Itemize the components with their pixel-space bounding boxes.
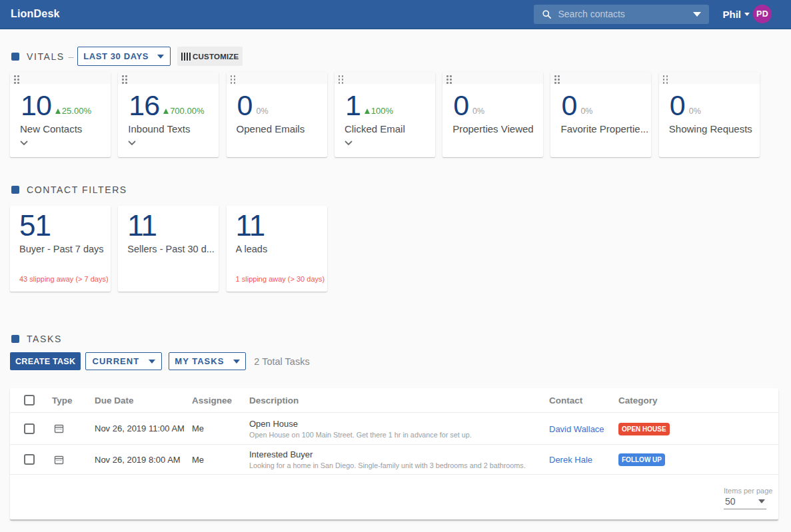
vitals-delta: 0%: [689, 107, 701, 120]
customize-button[interactable]: CUSTOMIZE: [177, 47, 243, 66]
search-dropdown-caret-icon[interactable]: [693, 12, 701, 17]
expand-chevron-icon[interactable]: [345, 140, 353, 146]
expand-chevron-icon[interactable]: [128, 140, 136, 146]
column-header-category: Category: [618, 396, 778, 405]
contact-filter-card[interactable]: 11 Sellers - Past 30 d...: [118, 206, 219, 292]
vitals-delta-text: 0%: [257, 107, 269, 116]
column-header-description: Description: [249, 396, 549, 405]
calendar-icon: [53, 423, 65, 434]
user-caret-icon: [744, 13, 750, 16]
tasks-table: Type Due Date Assignee Description Conta…: [10, 388, 778, 520]
vitals-label: Properties Viewed: [442, 123, 543, 134]
create-task-button[interactable]: CREATE TASK: [10, 352, 81, 370]
drag-handle-icon[interactable]: [122, 75, 127, 84]
vitals-cards: 10 25.00% New Contacts 16 700.00% Inboun…: [10, 72, 778, 157]
vitals-label: Opened Emails: [227, 123, 327, 134]
tasks-section-title: TASKS: [27, 334, 62, 344]
vitals-card: 0 0% Favorite Propertie...: [550, 72, 651, 157]
filter-label: Sellers - Past 30 d...: [127, 244, 215, 254]
expand-chevron-icon[interactable]: [20, 140, 28, 146]
column-header-contact: Contact: [549, 396, 618, 405]
row-checkbox[interactable]: [24, 454, 35, 465]
items-per-page-caret-icon: [758, 499, 765, 503]
vitals-value: 10: [21, 91, 51, 120]
vitals-card: 0 0% Showing Requests: [659, 72, 760, 157]
items-per-page-value: 50: [725, 496, 736, 507]
tasks-toolbar: CREATE TASK CURRENT MY TASKS 2 Total Tas…: [10, 352, 778, 370]
vitals-delta-text: 0%: [580, 107, 592, 116]
contact-filters-section-icon: [11, 186, 19, 194]
vitals-delta: 100%: [365, 106, 393, 120]
main-content: VITALS – LAST 30 DAYS CUSTOMIZE 10 25.00…: [0, 47, 791, 520]
task-status-dropdown[interactable]: CURRENT: [85, 352, 162, 370]
task-title: Open House: [249, 419, 549, 429]
table-header-row: Type Due Date Assignee Description Conta…: [10, 388, 778, 413]
date-range-label: LAST 30 DAYS: [83, 51, 149, 61]
vitals-value: 0: [670, 91, 685, 120]
drag-handle-icon[interactable]: [663, 75, 668, 84]
items-per-page-select[interactable]: 50: [724, 496, 766, 509]
contact-link[interactable]: David Wallace: [549, 424, 604, 434]
search-placeholder: Search contacts: [558, 9, 693, 19]
pagination: Items per page 50: [724, 487, 766, 509]
filter-count: 11: [127, 211, 215, 240]
drag-handle-icon[interactable]: [446, 75, 452, 84]
column-header-due-date: Due Date: [95, 396, 192, 405]
drag-handle-icon[interactable]: [14, 75, 19, 84]
vitals-section-title: VITALS: [27, 51, 65, 62]
up-arrow-icon: [365, 109, 370, 114]
vitals-card: 0 0% Properties Viewed: [442, 72, 543, 157]
task-status-caret-icon: [149, 360, 155, 364]
user-name: Phil: [722, 9, 741, 20]
search-input[interactable]: Search contacts: [534, 5, 709, 24]
vitals-card: 10 25.00% New Contacts: [10, 72, 111, 157]
task-owner-label: MY TASKS: [175, 356, 224, 366]
task-title: Interested Buyer: [249, 449, 549, 459]
contact-filter-card[interactable]: 51 Buyer - Past 7 days 43 slipping away …: [10, 206, 111, 292]
contact-filters-section-title: CONTACT FILTERS: [27, 184, 127, 195]
select-all-checkbox[interactable]: [24, 395, 35, 405]
avatar[interactable]: PD: [753, 5, 772, 23]
items-per-page-label: Items per page: [724, 487, 766, 495]
row-checkbox[interactable]: [24, 423, 35, 434]
task-status-label: CURRENT: [93, 356, 140, 366]
filter-label: A leads: [236, 244, 323, 254]
task-owner-caret-icon: [233, 360, 240, 364]
task-row: Nov 26, 2019 8:00 AM Me Interested Buyer…: [10, 445, 778, 475]
vitals-value: 0: [237, 91, 253, 120]
vitals-section-header: VITALS – LAST 30 DAYS CUSTOMIZE: [10, 47, 778, 66]
app-logo[interactable]: LionDesk: [11, 8, 60, 20]
task-due-date: Nov 26, 2019 8:00 AM: [95, 455, 192, 465]
task-row: Nov 26, 2019 11:00 AM Me Open House Open…: [10, 413, 778, 445]
drag-handle-icon[interactable]: [339, 75, 344, 84]
customize-label: CUSTOMIZE: [193, 53, 239, 61]
vitals-label: Showing Requests: [659, 123, 760, 134]
vitals-card: 0 0% Opened Emails: [227, 72, 327, 157]
contact-filter-cards: 51 Buyer - Past 7 days 43 slipping away …: [10, 206, 778, 292]
contact-filter-card[interactable]: 11 A leads 1 slipping away (> 30 days): [227, 206, 327, 292]
contact-link[interactable]: Derek Hale: [549, 455, 592, 465]
task-owner-dropdown[interactable]: MY TASKS: [169, 352, 246, 370]
drag-handle-icon[interactable]: [554, 75, 560, 84]
category-badge[interactable]: FOLLOW UP: [618, 453, 665, 466]
date-range-dropdown[interactable]: LAST 30 DAYS: [77, 47, 171, 66]
customize-icon: [181, 53, 191, 61]
vitals-delta: 0%: [257, 107, 269, 120]
task-due-date: Nov 26, 2019 11:00 AM: [95, 423, 192, 433]
vitals-label: Favorite Propertie...: [550, 123, 651, 134]
total-tasks-count: 2 Total Tasks: [254, 356, 309, 367]
vitals-label: Clicked Email: [335, 123, 435, 134]
vitals-value: 0: [561, 91, 576, 120]
calendar-icon: [53, 454, 65, 465]
filter-count: 11: [236, 211, 323, 240]
category-badge[interactable]: OPEN HOUSE: [618, 423, 670, 435]
drag-handle-icon[interactable]: [231, 75, 236, 84]
vitals-value: 16: [129, 91, 159, 120]
vitals-collapse-icon[interactable]: –: [69, 51, 74, 62]
vitals-value: 0: [453, 91, 468, 120]
vitals-delta-text: 0%: [472, 107, 484, 116]
filter-count: 51: [19, 211, 107, 240]
user-menu[interactable]: Phil: [722, 9, 750, 20]
vitals-label: Inbound Texts: [118, 123, 219, 134]
up-arrow-icon: [55, 109, 61, 114]
